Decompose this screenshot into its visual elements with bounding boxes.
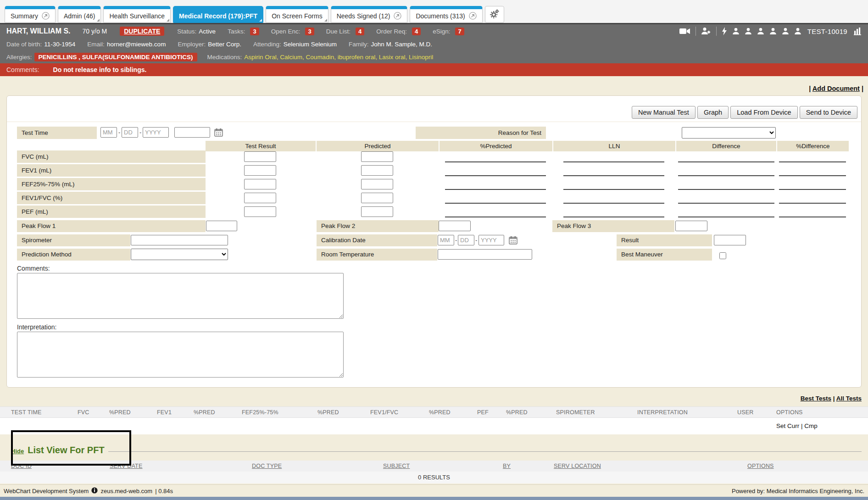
best-tests-link[interactable]: Best Tests bbox=[801, 395, 831, 402]
value-underline bbox=[563, 192, 664, 204]
settings-tab[interactable] bbox=[485, 6, 504, 23]
col-fev1-fvc: FEV1/FVC bbox=[370, 407, 398, 418]
test-time-time-input[interactable] bbox=[174, 127, 210, 138]
pef-predicted-input[interactable] bbox=[361, 206, 393, 217]
test-time-day-input[interactable] bbox=[122, 127, 138, 138]
col-subject[interactable]: SUBJECT bbox=[383, 461, 410, 472]
allergies-badge[interactable]: PENICILLINS , SULFA(SULFONAMIDE ANTIBIOT… bbox=[34, 53, 197, 61]
footer-app-name: WebChart Development System bbox=[4, 488, 89, 494]
best-maneuver-checkbox[interactable] bbox=[719, 252, 726, 259]
load-from-device-button[interactable]: Load From Device bbox=[730, 106, 797, 119]
pef-test-result-input[interactable] bbox=[244, 206, 276, 217]
result-input[interactable] bbox=[714, 235, 746, 245]
tab-admin[interactable]: Admin (46) bbox=[58, 6, 101, 23]
spirometer-input[interactable] bbox=[131, 235, 228, 245]
tab-summary[interactable]: Summary bbox=[5, 6, 56, 23]
tab-needs-signed[interactable]: Needs Signed (12) bbox=[331, 6, 408, 23]
peak-flow-3-label: Peak Flow 3 bbox=[552, 220, 674, 232]
add-document-links: | Add Document | bbox=[809, 85, 863, 92]
fvc-test-result-input[interactable] bbox=[244, 151, 276, 162]
fev1-test-result-input[interactable] bbox=[244, 165, 276, 176]
col-by[interactable]: BY bbox=[503, 461, 511, 472]
fef-predicted-input[interactable] bbox=[361, 179, 393, 189]
graph-button[interactable]: Graph bbox=[697, 106, 729, 119]
tasks-count-badge[interactable]: 3 bbox=[250, 28, 259, 35]
duplicate-badge[interactable]: DUPLICATE bbox=[120, 27, 164, 36]
send-to-device-button[interactable]: Send to Device bbox=[800, 106, 857, 119]
order-req-count-badge[interactable]: 4 bbox=[412, 28, 421, 35]
calendar-icon[interactable] bbox=[509, 236, 517, 246]
calendar-icon[interactable] bbox=[214, 128, 223, 139]
lightning-icon[interactable] bbox=[722, 27, 727, 35]
person-icon[interactable] bbox=[794, 28, 801, 35]
interpretation-textarea[interactable] bbox=[17, 332, 344, 378]
tests-filter-links: Best Tests | All Tests bbox=[801, 395, 862, 402]
value-underline bbox=[678, 178, 774, 190]
row-label: PEF (mL) bbox=[17, 206, 206, 218]
new-manual-test-button[interactable]: New Manual Test bbox=[632, 106, 696, 119]
peak-flow-1-input[interactable] bbox=[206, 221, 237, 231]
date-separator: - bbox=[455, 237, 457, 244]
calibration-year-input[interactable] bbox=[479, 235, 504, 245]
video-camera-icon[interactable] bbox=[679, 28, 690, 35]
status-label: Status: bbox=[177, 28, 196, 35]
col-doc-type[interactable]: DOC TYPE bbox=[252, 461, 282, 472]
value-underline bbox=[445, 178, 546, 190]
due-list-count-badge[interactable]: 4 bbox=[356, 28, 364, 35]
test-time-month-input[interactable] bbox=[100, 127, 117, 138]
prediction-method-select[interactable] bbox=[131, 249, 228, 260]
tab-on-screen-forms[interactable]: On Screen Forms bbox=[266, 6, 328, 23]
medications-list[interactable]: Aspirin Oral, Calcium, Coumadin, ibuprof… bbox=[244, 54, 433, 61]
bottom-scrollbar[interactable] bbox=[0, 497, 868, 500]
esign-count-badge[interactable]: 7 bbox=[455, 28, 464, 35]
person-icon[interactable] bbox=[782, 28, 789, 35]
info-icon[interactable] bbox=[91, 487, 98, 495]
col-interpretation: INTERPRETATION bbox=[637, 407, 688, 418]
fev1-fvc-predicted-input[interactable] bbox=[361, 193, 393, 203]
test-time-year-input[interactable] bbox=[143, 127, 169, 138]
calibration-month-input[interactable] bbox=[438, 235, 454, 245]
employer-label: Employer: bbox=[178, 41, 206, 48]
bar-chart-icon[interactable] bbox=[853, 27, 862, 35]
popout-arrow-icon[interactable] bbox=[469, 12, 477, 20]
tab-medical-record[interactable]: Medical Record (179):PFT bbox=[173, 6, 263, 23]
family-label: Family: bbox=[349, 41, 369, 48]
measure-row-fvc: FVC (mL) bbox=[7, 150, 861, 164]
fef-test-result-input[interactable] bbox=[244, 179, 276, 189]
calibration-day-input[interactable] bbox=[458, 235, 474, 245]
value-underline bbox=[779, 178, 846, 190]
col-lln: LLN bbox=[553, 141, 675, 151]
tab-label: Summary bbox=[11, 12, 38, 20]
peak-flow-2-input[interactable] bbox=[439, 221, 471, 231]
separator: | bbox=[809, 85, 811, 92]
set-curr-cmp-links[interactable]: Set Curr | Cmp bbox=[776, 418, 818, 434]
person-icon[interactable] bbox=[769, 28, 777, 35]
value-underline bbox=[445, 206, 546, 217]
fvc-predicted-input[interactable] bbox=[361, 151, 393, 162]
add-document-link[interactable]: Add Document bbox=[812, 85, 860, 92]
patient-banner: HART, WILLIAM S. 70 y/o M DUPLICATE Stat… bbox=[0, 23, 868, 38]
person-add-icon[interactable] bbox=[701, 27, 711, 35]
tab-documents[interactable]: Documents (313) bbox=[410, 6, 482, 23]
popout-arrow-icon[interactable] bbox=[42, 12, 50, 20]
all-tests-link[interactable]: All Tests bbox=[836, 395, 862, 402]
col-user: USER bbox=[737, 407, 754, 418]
col-serv-location[interactable]: SERV LOCATION bbox=[554, 461, 601, 472]
reason-for-test-select[interactable] bbox=[682, 127, 776, 139]
col-doc-options[interactable]: OPTIONS bbox=[747, 461, 774, 472]
allergies-medications-row: Allergies: PENICILLINS , SULFA(SULFONAMI… bbox=[0, 50, 868, 63]
fev1-predicted-input[interactable] bbox=[361, 165, 393, 176]
footer-host-link[interactable]: zeus.med-web.com bbox=[100, 488, 152, 494]
popout-arrow-icon[interactable] bbox=[394, 12, 401, 20]
person-icon[interactable] bbox=[745, 28, 752, 35]
form-comments-textarea[interactable] bbox=[17, 273, 344, 319]
tab-label: Health Surveillance bbox=[109, 12, 165, 20]
open-enc-count-badge[interactable]: 3 bbox=[305, 28, 314, 35]
room-temperature-input[interactable] bbox=[438, 249, 532, 260]
person-icon[interactable] bbox=[757, 28, 764, 35]
person-icon[interactable] bbox=[732, 28, 740, 35]
fev1-fvc-test-result-input[interactable] bbox=[244, 193, 276, 203]
peak-flow-3-input[interactable] bbox=[675, 221, 707, 231]
tab-health-surveillance[interactable]: Health Surveillance bbox=[103, 6, 171, 23]
measure-row-pef: PEF (mL) bbox=[7, 206, 861, 219]
